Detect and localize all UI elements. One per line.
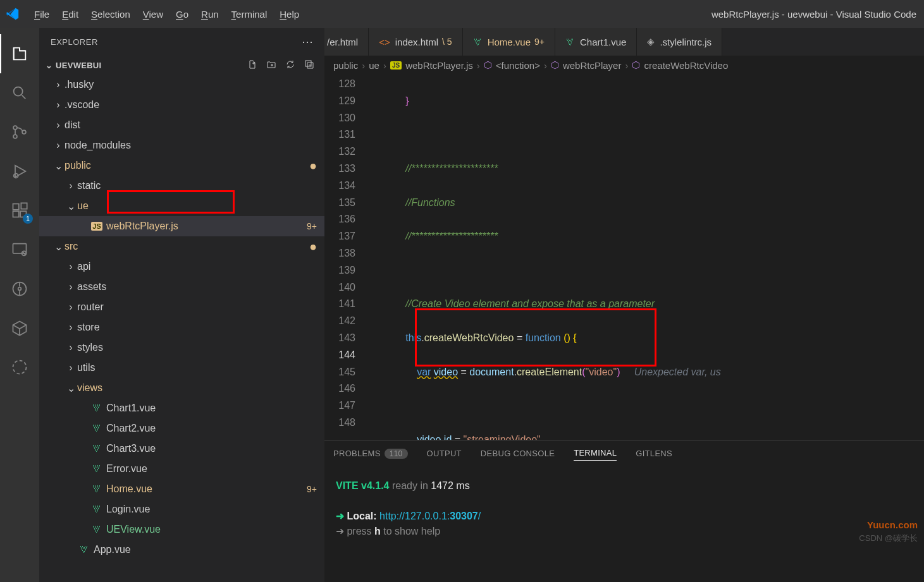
folder-dist[interactable]: ›dist xyxy=(39,115,324,135)
file-chart3[interactable]: ⩔Chart3.vue xyxy=(39,439,324,459)
menu-terminal[interactable]: Terminal xyxy=(225,0,274,28)
more-icon[interactable]: ⋯ xyxy=(302,35,314,49)
folder-header[interactable]: ⌄ UEVWEBUI xyxy=(39,56,324,75)
panel-tabs: PROBLEMS110 OUTPUT DEBUG CONSOLE TERMINA… xyxy=(324,440,924,466)
panel-tab-debug[interactable]: DEBUG CONSOLE xyxy=(481,446,555,461)
modified-dot-icon: ● xyxy=(309,240,317,253)
breadcrumb[interactable]: public› ue› JSwebRtcPlayer.js› ⬡<functio… xyxy=(324,56,924,75)
file-chart1[interactable]: ⩔Chart1.vue xyxy=(39,398,324,418)
folder-assets[interactable]: ›assets xyxy=(39,277,324,297)
folder-api[interactable]: ›api xyxy=(39,257,324,277)
bottom-panel: PROBLEMS110 OUTPUT DEBUG CONSOLE TERMINA… xyxy=(324,440,924,582)
collapse-icon[interactable] xyxy=(304,59,314,71)
explorer-icon[interactable] xyxy=(0,34,39,73)
vue-file-icon: ⩔ xyxy=(90,463,104,475)
explorer-title: EXPLORER xyxy=(51,37,98,47)
tab-erhtml[interactable]: /er.html xyxy=(324,28,369,56)
explorer-sidebar: EXPLORER ⋯ ⌄ UEVWEBUI ›.husky ›.vscode ›… xyxy=(39,28,324,582)
vue-file-icon: ⩔ xyxy=(90,524,104,535)
new-folder-icon[interactable] xyxy=(266,59,276,71)
tab-indexhtml[interactable]: <>index.html\ 5 xyxy=(369,28,462,56)
extensions-icon[interactable]: 1 xyxy=(0,191,39,230)
menu-selection[interactable]: Selection xyxy=(85,0,137,28)
vue-file-icon: ⩔ xyxy=(565,37,575,47)
tab-stylelint[interactable]: ◈.stylelintrc.js xyxy=(637,28,722,56)
refresh-icon[interactable] xyxy=(285,59,295,71)
js-file-icon: JS xyxy=(91,222,102,231)
folder-ue[interactable]: ⌄ue xyxy=(39,196,324,216)
file-login[interactable]: ⩔Login.vue xyxy=(39,499,324,519)
chevron-down-icon: ⌄ xyxy=(43,61,56,70)
vue-file-icon: ⩔ xyxy=(90,403,104,414)
menu-go[interactable]: Go xyxy=(169,0,195,28)
terminal-output[interactable]: VITE v4.1.4 ready in 1472 ms ➜ Local: ht… xyxy=(324,466,924,582)
svg-point-12 xyxy=(18,288,22,291)
gutter: 1281291301311321331341351361371381391401… xyxy=(324,75,372,440)
vue-file-icon: ⩔ xyxy=(90,423,104,434)
menu-file[interactable]: File xyxy=(28,0,56,28)
svg-point-1 xyxy=(13,126,17,130)
activity-bar: 1 xyxy=(0,28,39,582)
svg-rect-8 xyxy=(21,203,27,209)
vscode-logo-icon xyxy=(5,6,20,21)
svg-point-0 xyxy=(14,87,23,96)
folder-styles[interactable]: ›styles xyxy=(39,337,324,358)
stylelint-file-icon: ◈ xyxy=(647,36,655,47)
gitlens-icon[interactable] xyxy=(0,269,39,308)
folder-vscode[interactable]: ›.vscode xyxy=(39,95,324,115)
file-app[interactable]: ⩔App.vue xyxy=(39,540,324,560)
panel-tab-output[interactable]: OUTPUT xyxy=(427,446,462,461)
function-icon: ⬡ xyxy=(484,59,492,71)
tab-chart1[interactable]: ⩔Chart1.vue xyxy=(555,28,637,56)
file-webrtcplayer[interactable]: JSwebRtcPlayer.js9+ xyxy=(39,216,324,236)
menu-view[interactable]: View xyxy=(137,0,169,28)
folder-router[interactable]: ›router xyxy=(39,297,324,317)
vue-file-icon: ⩔ xyxy=(473,37,483,47)
box-icon[interactable] xyxy=(0,308,39,348)
menu-help[interactable]: Help xyxy=(273,0,305,28)
vue-file-icon: ⩔ xyxy=(90,504,104,515)
editor-area: /er.html <>index.html\ 5 ⩔Home.vue9+ ⩔Ch… xyxy=(324,28,924,582)
run-debug-icon[interactable] xyxy=(0,152,39,191)
folder-name: UEVWEBUI xyxy=(56,61,101,70)
svg-rect-5 xyxy=(13,204,19,210)
vue-file-icon: ⩔ xyxy=(90,483,104,495)
file-error[interactable]: ⩔Error.vue xyxy=(39,459,324,479)
svg-point-13 xyxy=(13,361,27,374)
panel-tab-terminal[interactable]: TERMINAL xyxy=(574,446,617,461)
search-icon[interactable] xyxy=(0,73,39,112)
function-icon: ⬡ xyxy=(632,59,640,71)
folder-utils[interactable]: ›utils xyxy=(39,358,324,378)
folder-node-modules[interactable]: ›node_modules xyxy=(39,135,324,155)
vite-icon[interactable] xyxy=(0,348,39,387)
file-chart2[interactable]: ⩔Chart2.vue xyxy=(39,418,324,439)
window-title: webRtcPlayer.js - uevwebui - Visual Stud… xyxy=(305,9,919,20)
panel-tab-problems[interactable]: PROBLEMS110 xyxy=(333,446,408,461)
folder-views[interactable]: ⌄views xyxy=(39,378,324,398)
remote-icon[interactable] xyxy=(0,230,39,269)
file-ueview[interactable]: ⩔UEView.vue xyxy=(39,519,324,540)
folder-store[interactable]: ›store xyxy=(39,317,324,337)
tab-home[interactable]: ⩔Home.vue9+ xyxy=(463,28,555,56)
folder-static[interactable]: ›static xyxy=(39,176,324,196)
source-control-icon[interactable] xyxy=(0,112,39,152)
problems-count: 110 xyxy=(385,449,408,459)
new-file-icon[interactable] xyxy=(247,59,257,71)
panel-tab-gitlens[interactable]: GITLENS xyxy=(636,446,672,461)
vue-file-icon: ⩔ xyxy=(77,544,91,555)
file-home[interactable]: ⩔Home.vue9+ xyxy=(39,479,324,499)
svg-rect-9 xyxy=(13,244,27,253)
folder-public[interactable]: ⌄public● xyxy=(39,155,324,176)
file-tree: ›.husky ›.vscode ›dist ›node_modules ⌄pu… xyxy=(39,75,324,582)
code-editor[interactable]: 1281291301311321331341351361371381391401… xyxy=(324,75,924,440)
menu-run[interactable]: Run xyxy=(195,0,225,28)
watermark: CSDN @碳学长 xyxy=(859,533,918,544)
svg-point-2 xyxy=(13,135,17,138)
folder-src[interactable]: ⌄src● xyxy=(39,236,324,257)
titlebar: File Edit Selection View Go Run Terminal… xyxy=(0,0,924,28)
git-modified-badge: 9+ xyxy=(307,221,317,231)
js-file-icon: JS xyxy=(390,61,402,70)
menu-edit[interactable]: Edit xyxy=(56,0,85,28)
code-content[interactable]: } //********************** //Functions /… xyxy=(372,75,924,440)
folder-husky[interactable]: ›.husky xyxy=(39,75,324,95)
